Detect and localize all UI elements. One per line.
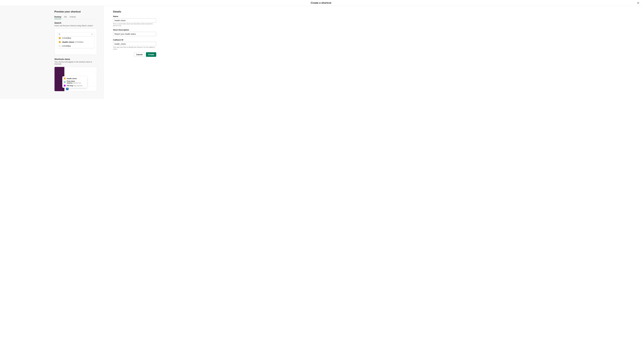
callback-id-input[interactable]	[113, 42, 156, 46]
shortcut-app: Metrics bot	[73, 82, 81, 84]
name-input[interactable]	[113, 18, 156, 22]
svg-point-0	[59, 34, 60, 35]
search-result-query: COVIDBot	[57, 44, 94, 48]
shortcuts-menu-heading: Shortcuts menu	[54, 58, 97, 60]
shortcut-menu-popover: Health check Find client metricsMetrics …	[62, 76, 87, 88]
search-icon	[59, 33, 60, 35]
search-result-shortcut: Health check COVIDBot	[57, 40, 94, 44]
search-result-label: COVIDBot	[62, 37, 71, 39]
name-help: Pick a name that's short and describes w…	[113, 23, 156, 26]
clear-search-icon: ✕	[91, 33, 93, 35]
search-caption: Users can find your shortcut using Slack…	[54, 25, 97, 27]
search-heading: Search	[54, 22, 97, 24]
search-field: ✕	[57, 32, 94, 36]
shortcuts-lightning-button	[66, 88, 69, 90]
app-icon	[59, 41, 61, 43]
modal-title: Create a shortcut	[311, 2, 331, 4]
tab-ios[interactable]: iOS	[64, 16, 67, 19]
shortcut-menu-item: Health check	[62, 77, 87, 80]
lightning-icon	[67, 88, 68, 90]
search-result-app: COVIDBot	[57, 36, 94, 40]
callback-id-help: Your app uses this to identify the short…	[113, 46, 156, 50]
close-icon	[637, 2, 639, 4]
shortcuts-preview: Health check Find client metricsMetrics …	[54, 67, 97, 91]
app-icon	[64, 81, 66, 83]
create-button[interactable]: Create	[146, 52, 156, 57]
tab-desktop[interactable]: Desktop	[54, 16, 61, 19]
shortcut-label: File bug	[67, 85, 73, 86]
preview-panel: Preview your shortcut Desktop iOS Androi…	[0, 6, 104, 99]
app-icon	[59, 37, 61, 39]
platform-tabs: Desktop iOS Android	[54, 16, 97, 19]
cancel-button[interactable]: Cancel	[134, 52, 145, 57]
search-icon	[59, 45, 60, 47]
callback-id-label: Callback ID	[113, 39, 156, 41]
name-label: Name	[113, 15, 156, 18]
close-button[interactable]	[637, 2, 640, 4]
app-icon	[64, 85, 66, 86]
description-label: Short Description	[113, 29, 156, 31]
shortcut-label: Health check	[67, 78, 77, 80]
tab-android[interactable]: Android	[70, 16, 76, 19]
description-input[interactable]	[113, 32, 156, 36]
app-icon	[64, 78, 66, 80]
modal-header: Create a shortcut	[0, 0, 642, 6]
preview-title: Preview your shortcut	[54, 10, 97, 13]
details-title: Details	[113, 10, 156, 13]
search-result-label: Health check	[62, 41, 74, 43]
search-preview: ✕ COVIDBot Health check COVIDBot COVIDBo…	[54, 28, 97, 55]
shortcut-app: Bug reporter	[74, 85, 82, 86]
slack-channel-area: Health check Find client metricsMetrics …	[64, 67, 97, 91]
shortcut-menu-item: Find client metricsMetrics bot	[62, 80, 87, 84]
message-input-bar	[64, 86, 97, 91]
details-panel: Details Name Pick a name that's short an…	[104, 6, 162, 99]
search-results: COVIDBot Health check COVIDBot COVIDBot	[57, 36, 94, 48]
search-result-app: COVIDBot	[75, 41, 84, 43]
action-buttons: Cancel Create	[113, 52, 156, 57]
shortcuts-menu-caption: Your shortcut will appear in the shortcu…	[54, 61, 97, 65]
search-result-label: COVIDBot	[62, 45, 71, 47]
